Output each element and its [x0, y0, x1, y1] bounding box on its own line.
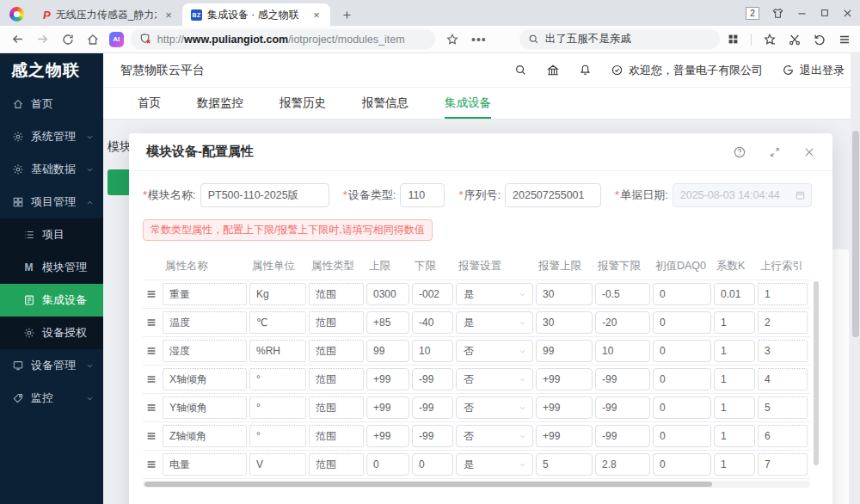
- drag-handle-icon[interactable]: [143, 345, 160, 357]
- attr-type-input[interactable]: [309, 283, 364, 305]
- drag-handle-icon[interactable]: [143, 373, 160, 385]
- sidebar-item-设备授权[interactable]: 设备授权: [0, 317, 103, 349]
- attr-name-input[interactable]: [163, 283, 247, 305]
- attr-unit-input[interactable]: [249, 425, 306, 447]
- coef-k-input[interactable]: [714, 425, 755, 447]
- bookmark-star-icon[interactable]: [445, 33, 459, 46]
- favorites-star-icon[interactable]: [763, 33, 777, 46]
- alarm-setting-select[interactable]: 否: [456, 340, 533, 362]
- attr-unit-input[interactable]: [249, 368, 306, 390]
- lower-limit-input[interactable]: [412, 425, 453, 447]
- upper-limit-input[interactable]: [366, 340, 409, 362]
- attr-unit-input[interactable]: [249, 311, 306, 334]
- maximize-icon[interactable]: [820, 8, 830, 18]
- up-index-input[interactable]: [758, 368, 808, 390]
- sidebar-item-基础数据[interactable]: 基础数据: [0, 153, 103, 186]
- field-input[interactable]: [673, 183, 812, 207]
- attr-type-input[interactable]: [309, 453, 364, 476]
- attr-type-input[interactable]: [309, 368, 364, 390]
- attr-unit-input[interactable]: [249, 340, 306, 362]
- back-icon[interactable]: [9, 32, 27, 46]
- browser-tab-1[interactable]: BZ集成设备 · 感之物联×: [182, 3, 330, 26]
- attr-name-input[interactable]: [163, 396, 247, 419]
- alarm-lower-input[interactable]: [595, 368, 650, 390]
- upper-limit-input[interactable]: [366, 311, 409, 334]
- lower-limit-input[interactable]: [412, 311, 453, 334]
- drag-handle-icon[interactable]: [143, 458, 160, 470]
- ai-assistant-icon[interactable]: AI: [109, 32, 124, 47]
- up-index-input[interactable]: [758, 311, 808, 334]
- coef-k-input[interactable]: [714, 396, 755, 419]
- sidebar-item-项目[interactable]: 项目: [0, 218, 103, 251]
- alarm-setting-select[interactable]: 是: [456, 311, 533, 334]
- attr-unit-input[interactable]: [249, 283, 306, 305]
- close-modal-icon[interactable]: [803, 146, 815, 158]
- page-tab-报警信息[interactable]: 报警信息: [362, 88, 408, 119]
- undo-icon[interactable]: [813, 33, 826, 46]
- alarm-lower-input[interactable]: [595, 396, 650, 419]
- attr-name-input[interactable]: [163, 368, 247, 390]
- welcome-account[interactable]: 欢迎您，普量电子有限公司: [611, 63, 763, 78]
- page-tab-集成设备[interactable]: 集成设备: [445, 88, 491, 119]
- search-box[interactable]: 出了五服不是亲戚: [519, 29, 720, 49]
- lower-limit-input[interactable]: [412, 283, 453, 305]
- drag-handle-icon[interactable]: [143, 317, 160, 329]
- forward-icon[interactable]: [34, 32, 52, 46]
- page-tab-报警历史[interactable]: 报警历史: [280, 88, 326, 119]
- sidebar-item-监控[interactable]: 监控: [0, 382, 103, 415]
- alarm-lower-input[interactable]: [595, 425, 650, 447]
- attr-type-input[interactable]: [309, 340, 364, 362]
- alarm-setting-select[interactable]: 否: [456, 425, 533, 447]
- coef-k-input[interactable]: [714, 283, 755, 305]
- alarm-upper-input[interactable]: [536, 425, 593, 447]
- browser-tab-0[interactable]: P无线压力传感器_静力水准仪_×: [34, 3, 182, 26]
- attr-unit-input[interactable]: [249, 453, 306, 476]
- sidebar-item-系统管理[interactable]: 系统管理: [0, 120, 103, 153]
- lower-limit-input[interactable]: [412, 340, 453, 362]
- reload-icon[interactable]: [58, 33, 77, 46]
- alarm-setting-select[interactable]: 否: [456, 396, 533, 419]
- sidebar-item-项目管理[interactable]: 项目管理: [0, 186, 103, 218]
- theme-shirt-icon[interactable]: [771, 7, 784, 20]
- upper-limit-input[interactable]: [366, 368, 409, 390]
- alarm-upper-input[interactable]: [536, 283, 593, 305]
- init-daq0-input[interactable]: [653, 340, 711, 362]
- attr-type-input[interactable]: [309, 396, 364, 419]
- attr-type-input[interactable]: [309, 425, 364, 447]
- attr-unit-input[interactable]: [249, 396, 306, 419]
- drag-handle-icon[interactable]: [143, 402, 160, 414]
- page-tab-首页[interactable]: 首页: [138, 88, 161, 119]
- attr-type-input[interactable]: [309, 311, 364, 334]
- init-daq0-input[interactable]: [653, 453, 711, 476]
- browser-logo-icon[interactable]: [9, 7, 24, 22]
- drag-handle-icon[interactable]: [143, 288, 160, 300]
- fullscreen-icon[interactable]: [769, 146, 781, 158]
- upper-limit-input[interactable]: [366, 283, 409, 305]
- apps-grid-icon[interactable]: [727, 33, 740, 46]
- coef-k-input[interactable]: [714, 340, 755, 362]
- lower-limit-input[interactable]: [412, 453, 453, 476]
- more-options-icon[interactable]: •••: [471, 33, 487, 46]
- up-index-input[interactable]: [758, 396, 808, 419]
- tab-close-icon[interactable]: ×: [310, 8, 323, 22]
- new-tab-button[interactable]: [335, 3, 358, 26]
- bank-icon[interactable]: [546, 64, 560, 77]
- help-icon[interactable]: [733, 145, 746, 159]
- page-tab-数据监控[interactable]: 数据监控: [197, 88, 243, 119]
- scissors-icon[interactable]: [788, 33, 802, 46]
- shield-insecure-icon[interactable]: [139, 33, 152, 46]
- lower-limit-input[interactable]: [412, 368, 453, 390]
- address-bar[interactable]: http://www.puliangiot.com/iotproject/mod…: [131, 29, 435, 49]
- up-index-input[interactable]: [758, 283, 808, 305]
- alarm-setting-select[interactable]: 否: [456, 368, 533, 390]
- table-horizontal-scrollbar[interactable]: [143, 481, 810, 488]
- coef-k-input[interactable]: [714, 311, 755, 334]
- upper-limit-input[interactable]: [366, 396, 409, 419]
- attr-name-input[interactable]: [163, 340, 247, 362]
- table-vertical-scrollbar[interactable]: [814, 281, 819, 479]
- sidebar-item-设备管理[interactable]: 设备管理: [0, 349, 103, 382]
- init-daq0-input[interactable]: [653, 311, 711, 334]
- home-icon[interactable]: [83, 33, 101, 46]
- coef-k-input[interactable]: [714, 368, 755, 390]
- attr-name-input[interactable]: [163, 425, 247, 447]
